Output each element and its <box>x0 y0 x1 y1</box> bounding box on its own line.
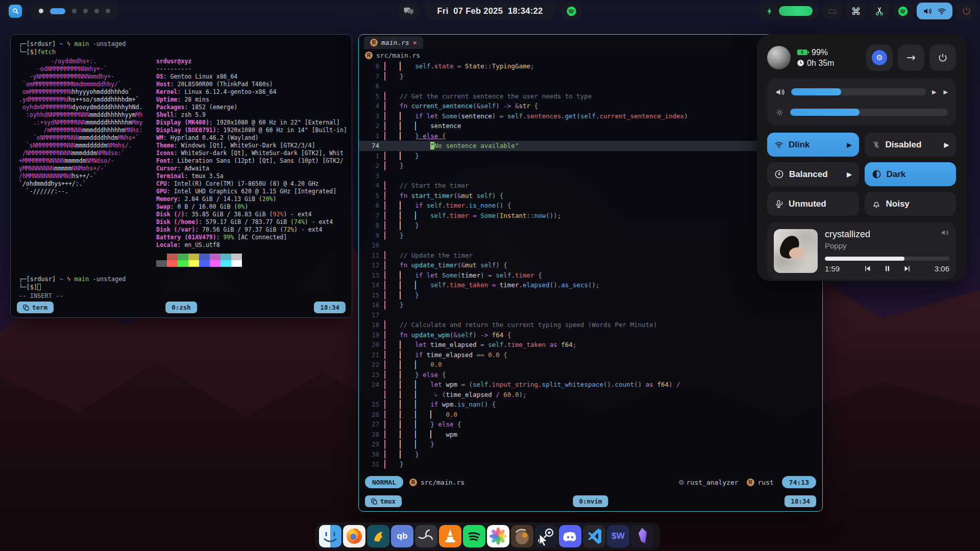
audio-expand-button[interactable]: ▶ <box>944 89 948 95</box>
avatar[interactable] <box>767 46 791 69</box>
power-button[interactable] <box>957 3 976 19</box>
code-line: 12 fn update_timer(&mut self) { <box>359 260 822 270</box>
dock-app-photos[interactable] <box>487 525 509 547</box>
code-line: 8 self.state = State::TypingGame; <box>359 61 822 71</box>
line-number: 7 <box>359 71 379 82</box>
fetch-info-line: Host: 20L8S90R00 (ThinkPad T480s) <box>156 81 352 88</box>
time-elapsed: 1:59 <box>825 264 840 273</box>
workspace-active[interactable] <box>50 8 65 14</box>
toggle-theme[interactable]: Dark <box>865 162 957 186</box>
dock-app-gimp[interactable] <box>511 525 533 547</box>
code-text: wpm <box>384 430 822 440</box>
workspace-dot[interactable] <box>94 9 99 13</box>
dock-app-fan[interactable] <box>415 525 437 547</box>
audio-output-button[interactable]: ▶ <box>932 89 936 95</box>
workspace-dot[interactable] <box>72 9 77 13</box>
shell-prompt-cursor[interactable]: └─[$] <box>19 283 352 291</box>
code-line: 3 <box>359 171 822 181</box>
shell-command-fetch: └─[$]fetch <box>19 48 352 56</box>
scissors-button[interactable] <box>870 3 889 19</box>
toggle-label: Dark <box>887 169 906 180</box>
fetch-info-line: Shell: zsh 5.9 <box>156 111 352 119</box>
shell-prompt: ┌─[srdusr] ~ ϟ main -unstaged <box>19 275 352 283</box>
dock-app-spotify[interactable] <box>463 525 485 547</box>
toggle-label: Balanced <box>789 169 828 180</box>
workspaces[interactable] <box>31 3 118 19</box>
battery-indicator[interactable] <box>760 3 819 19</box>
notifications-button[interactable] <box>399 3 419 19</box>
editor-window[interactable]: R main.rs × R src/main.rs 8 self.state =… <box>358 34 823 512</box>
volume-slider[interactable] <box>791 88 926 95</box>
toggle-microphone[interactable]: Unmuted <box>767 192 859 216</box>
command-button[interactable]: ⌘ <box>846 3 866 19</box>
workspace-dot[interactable] <box>83 9 88 13</box>
toggle-notifications[interactable]: Noisy <box>865 192 957 216</box>
code-text: // Calculate and return the current typi… <box>384 320 822 330</box>
dock-app-discord[interactable] <box>559 525 581 547</box>
line-number: 8 <box>359 220 379 231</box>
pause-button[interactable] <box>883 264 892 273</box>
dock-app-firefox[interactable] <box>343 525 365 547</box>
spotify-button[interactable] <box>893 3 913 19</box>
rust-icon: R <box>370 39 378 46</box>
tmux-window-pill[interactable]: 0:nvim <box>573 495 608 507</box>
previous-button[interactable] <box>863 264 872 273</box>
mode-indicator: NORMAL <box>365 476 403 488</box>
color-swatch <box>167 254 178 260</box>
ascii-art-line: .ydMMMMMMMMMMdhs++so/smdddhhhhdm+` <box>19 96 156 104</box>
tmux-window-pill[interactable]: 0:zsh <box>165 302 197 313</box>
close-icon[interactable]: × <box>413 39 417 46</box>
brightness-slider[interactable] <box>790 109 948 116</box>
clock[interactable]: Fri 07 Feb 2025 18:34:22 <box>426 3 554 19</box>
color-swatch <box>199 254 210 260</box>
toggle-bluetooth[interactable]: Disabled▶ <box>865 133 957 157</box>
dock-app-vlc[interactable] <box>439 525 461 547</box>
color-swatch <box>210 254 220 260</box>
launcher-button[interactable] <box>6 3 24 19</box>
line-number: 4 <box>359 181 379 191</box>
scissors-icon <box>874 6 885 16</box>
toggle-wifi[interactable]: Dlink▶ <box>767 133 859 157</box>
settings-button[interactable]: ⚙ <box>866 44 893 71</box>
terminal-window[interactable]: ┌─[srdusr] ~ ϟ main -unstaged └─[$]fetch… <box>10 34 352 318</box>
code-line: 16 } <box>359 300 822 310</box>
dock-app-files[interactable] <box>319 525 341 547</box>
dock-app-obsidian[interactable] <box>631 525 653 547</box>
editor-winbar: R src/main.rs <box>359 49 822 61</box>
expand-button[interactable]: → <box>898 44 924 71</box>
dock-app-thunar[interactable] <box>367 525 389 547</box>
tmux-session-pill[interactable]: tmux <box>365 495 402 507</box>
toggle-power-profile[interactable]: Balanced▶ <box>767 162 859 186</box>
dock-app-vscode[interactable] <box>583 525 605 547</box>
output-device-icon[interactable] <box>941 229 949 237</box>
ascii-art-line: .:+sydNMMMMMNNNmmmdddhhhhhhmMmy <box>19 119 156 127</box>
track-progress[interactable] <box>825 257 949 261</box>
ascii-art-line: -yNMMMMMMMMMMMNNNmmdhy+- <box>19 73 156 81</box>
line-number: 2 <box>359 121 379 131</box>
dock-app-qutebrowser[interactable]: qb <box>391 525 413 547</box>
next-button[interactable] <box>903 264 912 273</box>
code-line: 18 // Calculate and return the current t… <box>359 320 822 330</box>
dock-app-wallstreet[interactable]: $W <box>607 525 629 547</box>
workspace-dot[interactable] <box>106 9 110 13</box>
ascii-art-line: omMMMMMMMMMMMNhhyyyohmdddhhhdo` <box>19 88 156 96</box>
spotify-button[interactable] <box>561 3 581 19</box>
tablet-button[interactable] <box>823 3 842 19</box>
tab-main-rs[interactable]: R main.rs × <box>364 36 423 49</box>
wifi-icon <box>774 140 783 149</box>
line-number: 9 <box>359 231 379 241</box>
code-line: 27 } else { <box>359 419 822 430</box>
power-button[interactable] <box>929 44 956 71</box>
workspace-dot[interactable] <box>39 9 43 13</box>
microphone-icon <box>774 199 783 209</box>
tmux-session-pill[interactable]: term <box>17 302 54 313</box>
command-icon: ⌘ <box>851 6 861 17</box>
code-line: 8 } <box>359 220 822 231</box>
code-line: 14 self.time_taken = timer.elapsed().as_… <box>359 280 822 290</box>
spotify-icon <box>898 6 908 16</box>
chevron-right-icon: ▶ <box>847 141 851 148</box>
code-buffer[interactable]: 8 self.state = State::TypingGame;7 }65 /… <box>359 61 822 469</box>
line-number: 3 <box>359 171 379 181</box>
line-number: 31 <box>359 459 379 469</box>
audio-network-pill[interactable] <box>917 3 952 19</box>
